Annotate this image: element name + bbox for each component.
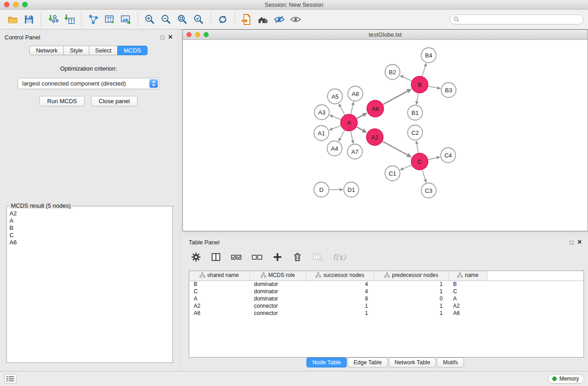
table-settings-button[interactable] <box>191 252 201 262</box>
graph-node-A[interactable]: A <box>341 114 358 131</box>
show-columns-button[interactable] <box>210 252 221 262</box>
search-input[interactable] <box>462 16 579 23</box>
delete-column-button[interactable] <box>292 252 303 262</box>
zoom-in-button[interactable] <box>142 12 158 27</box>
graph-node-A3[interactable]: A3 <box>315 105 330 120</box>
table-row[interactable]: A2connector11A2 <box>189 302 583 310</box>
graph-node-A8[interactable]: A8 <box>348 86 363 101</box>
control-panel-header: Control Panel □ × <box>0 32 177 42</box>
memory-button[interactable]: Memory <box>548 374 584 384</box>
tab-edge-table[interactable]: Edge Table <box>348 357 387 367</box>
refresh-view-button[interactable] <box>215 12 231 27</box>
tab-node-table[interactable]: Node Table <box>306 357 347 367</box>
network-nodes-icon <box>87 14 99 25</box>
close-table-panel-icon[interactable]: × <box>578 239 582 245</box>
network-canvas[interactable]: B4B2BB3A5A8A6A3B1AC2A1A2A4A7C4CC1DD1C3 <box>183 40 588 231</box>
export-document-button[interactable] <box>239 12 255 27</box>
add-column-button[interactable] <box>272 252 283 262</box>
zoom-out-button[interactable] <box>158 12 174 27</box>
graph-node-C4[interactable]: C4 <box>441 148 456 163</box>
maximize-window-icon[interactable] <box>22 2 28 7</box>
svg-text:B1: B1 <box>411 110 419 116</box>
float-panel-icon[interactable]: □ <box>161 34 164 41</box>
graph-node-D[interactable]: D <box>314 182 329 197</box>
column-header[interactable]: successor nodes <box>306 271 374 281</box>
show-panel-list-button[interactable] <box>4 374 17 384</box>
graph-node-B[interactable]: B <box>411 76 428 93</box>
svg-text:B4: B4 <box>425 52 432 59</box>
network-graph[interactable]: B4B2BB3A5A8A6A3B1AC2A1A2A4A7C4CC1DD1C3 <box>183 40 588 231</box>
column-header[interactable]: name <box>449 271 487 281</box>
mcds-result-item[interactable]: A2 <box>10 210 170 217</box>
graph-node-A4[interactable]: A4 <box>327 141 342 156</box>
column-header[interactable]: MCDS role <box>249 271 306 281</box>
tab-mcds[interactable]: MCDS <box>117 46 147 55</box>
graph-node-B2[interactable]: B2 <box>385 65 400 80</box>
export-image-button[interactable] <box>118 12 134 27</box>
run-mcds-button[interactable]: Run MCDS <box>39 96 85 106</box>
import-table-button[interactable] <box>61 12 77 27</box>
float-table-panel-icon[interactable]: □ <box>570 239 574 246</box>
close-panel-icon[interactable]: × <box>168 34 172 40</box>
eye-slash-icon <box>273 14 285 25</box>
network-window-titlebar[interactable]: testGlobe.txt <box>183 30 588 40</box>
network-table-icon <box>104 14 115 25</box>
tab-select[interactable]: Select <box>89 46 117 55</box>
save-session-button[interactable] <box>21 12 37 27</box>
zoom-selected-button[interactable] <box>191 12 207 27</box>
column-header[interactable]: predecessor nodes <box>374 271 449 281</box>
column-header[interactable]: shared name <box>189 271 249 281</box>
svg-text:C2: C2 <box>411 129 419 136</box>
zoom-fit-button[interactable] <box>174 12 191 27</box>
grid-disabled-icon <box>312 252 324 262</box>
open-session-button[interactable] <box>5 12 21 27</box>
new-network-button[interactable] <box>85 12 101 27</box>
home-overview-button[interactable] <box>255 12 271 27</box>
table-row[interactable]: Adominator80A <box>189 295 583 302</box>
hide-details-button[interactable] <box>271 12 287 27</box>
graph-node-D1[interactable]: D1 <box>344 182 359 197</box>
graph-node-C1[interactable]: C1 <box>385 166 400 181</box>
table-row[interactable]: Cdominator41C <box>189 288 583 295</box>
deselect-all-button[interactable] <box>251 252 263 262</box>
graph-node-B3[interactable]: B3 <box>441 83 456 98</box>
table-row[interactable]: Bdominator41B <box>189 281 583 288</box>
mcds-result-item[interactable]: A6 <box>10 239 170 246</box>
fx-icon: f(x) <box>333 253 346 262</box>
tab-style[interactable]: Style <box>63 46 89 55</box>
mcds-result-item[interactable]: C <box>10 232 170 239</box>
graph-node-B4[interactable]: B4 <box>421 48 436 63</box>
new-network-table-button[interactable] <box>101 12 118 27</box>
graph-node-A6[interactable]: A6 <box>367 100 384 117</box>
tab-network-table[interactable]: Network Table <box>389 357 436 367</box>
table-row[interactable]: A6connector11A6 <box>189 310 583 317</box>
graph-node-B1[interactable]: B1 <box>408 105 423 120</box>
show-details-button[interactable] <box>287 12 304 27</box>
minimize-window-icon[interactable] <box>13 2 19 7</box>
mcds-result-item[interactable]: B <box>10 224 170 232</box>
close-view-icon[interactable] <box>186 32 191 37</box>
graph-node-C[interactable]: C <box>411 153 428 170</box>
graph-node-A5[interactable]: A5 <box>328 89 343 104</box>
toolbar-separator <box>41 13 41 26</box>
graph-node-A2[interactable]: A2 <box>367 129 383 146</box>
select-all-button[interactable] <box>230 252 242 262</box>
graph-node-C3[interactable]: C3 <box>421 183 436 198</box>
mcds-result-item[interactable]: A <box>10 217 170 224</box>
graph-node-A1[interactable]: A1 <box>314 126 329 141</box>
close-panel-button[interactable]: Close panel <box>91 96 138 106</box>
save-floppy-icon <box>23 14 35 25</box>
close-window-icon[interactable] <box>4 2 10 7</box>
import-network-button[interactable] <box>45 12 61 27</box>
search-field[interactable] <box>449 14 583 24</box>
graph-node-A7[interactable]: A7 <box>348 144 363 159</box>
svg-text:A4: A4 <box>331 145 338 152</box>
maximize-view-icon[interactable] <box>204 32 209 37</box>
tab-network[interactable]: Network <box>29 46 63 55</box>
node-table[interactable]: shared nameMCDS rolesuccessor nodesprede… <box>189 271 584 357</box>
zoom-in-icon <box>144 14 156 25</box>
graph-node-C2[interactable]: C2 <box>408 125 423 140</box>
minimize-view-icon[interactable] <box>195 32 200 37</box>
criterion-dropdown[interactable]: largest connected component (directed) <box>18 78 159 89</box>
tab-motifs[interactable]: Motifs <box>437 357 464 367</box>
